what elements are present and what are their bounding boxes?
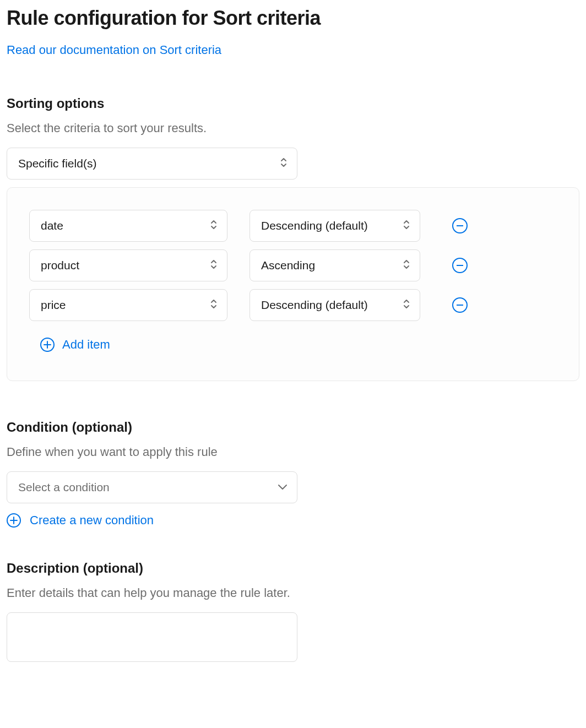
sorting-options-heading: Sorting options xyxy=(7,96,579,111)
condition-section: Condition (optional) Define when you wan… xyxy=(7,420,579,528)
description-section: Description (optional) Enter details tha… xyxy=(7,561,579,664)
description-heading: Description (optional) xyxy=(7,561,579,576)
sort-field-row: date Descending (default) xyxy=(29,210,557,242)
add-item-button[interactable]: Add item xyxy=(40,338,110,352)
create-condition-label: Create a new condition xyxy=(30,513,154,528)
minus-icon xyxy=(457,225,463,226)
sort-direction-select[interactable]: Descending (default) xyxy=(249,210,420,242)
sort-fields-panel: date Descending (default) xyxy=(7,187,579,381)
sort-field-select[interactable]: price xyxy=(29,289,227,321)
page-title: Rule configuration for Sort criteria xyxy=(7,7,579,30)
sorting-options-helper: Select the criteria to sort your results… xyxy=(7,121,579,135)
sort-direction-select[interactable]: Descending (default) xyxy=(249,289,420,321)
create-condition-button[interactable]: Create a new condition xyxy=(7,513,154,528)
sort-field-row: price Descending (default) xyxy=(29,289,557,321)
sort-criteria-select[interactable]: Specific field(s) xyxy=(7,148,297,180)
description-input[interactable] xyxy=(7,612,297,662)
description-helper: Enter details that can help you manage t… xyxy=(7,586,579,600)
remove-row-button[interactable] xyxy=(452,258,468,273)
remove-row-button[interactable] xyxy=(452,297,468,313)
remove-row-button[interactable] xyxy=(452,218,468,233)
sort-field-select[interactable]: product xyxy=(29,249,227,281)
sort-field-select[interactable]: date xyxy=(29,210,227,242)
sort-field-row: product Ascending xyxy=(29,249,557,281)
sorting-options-section: Sorting options Select the criteria to s… xyxy=(7,96,579,381)
minus-icon xyxy=(457,305,463,306)
condition-select[interactable]: Select a condition xyxy=(7,471,297,503)
documentation-link[interactable]: Read our documentation on Sort criteria xyxy=(7,43,221,57)
minus-icon xyxy=(457,265,463,266)
plus-icon xyxy=(40,338,55,352)
condition-heading: Condition (optional) xyxy=(7,420,579,435)
add-item-label: Add item xyxy=(62,338,110,352)
condition-helper: Define when you want to apply this rule xyxy=(7,445,579,459)
sort-direction-select[interactable]: Ascending xyxy=(249,249,420,281)
plus-icon xyxy=(7,513,21,528)
